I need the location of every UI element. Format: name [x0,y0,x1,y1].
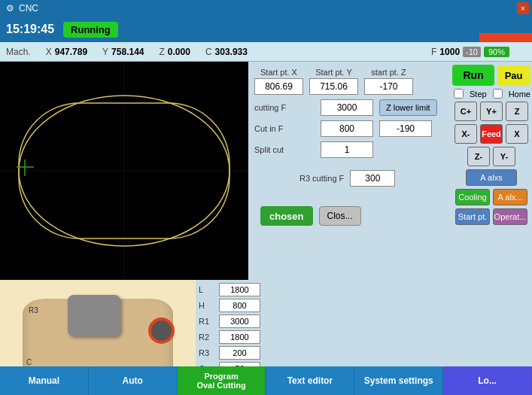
z-lower-input[interactable] [379,120,432,137]
start-pt-ctrl-button[interactable]: Start pt. [455,208,490,225]
start-pt-row: Start pt. X Start pt. Y start pt. Z [254,68,445,95]
program-button[interactable]: Program Oval Cutting [178,366,266,395]
label-c: C [26,358,32,366]
z-right-button[interactable]: Z [506,102,528,121]
y-plus-button[interactable]: Y+ [480,102,503,121]
param-R3: R3 [199,346,260,360]
split-cut-row: Split cut [254,141,445,158]
start-pt-x-input[interactable] [254,78,303,95]
cooling-button[interactable]: Cooling [455,189,490,205]
cutting-f-row: cutting F Z lower limit [254,99,445,116]
start-pt-y-input[interactable] [309,78,358,95]
cooling-row: Cooling A alx... [454,189,529,205]
mach-label: Mach. [6,47,31,57]
split-cut-input[interactable] [321,141,373,158]
param-H-input[interactable] [219,299,260,312]
close-button[interactable]: Clos... [319,206,361,226]
a-aux-button[interactable]: A alx... [493,189,527,205]
run-button[interactable]: Run [452,65,494,86]
cutting-f-input[interactable] [321,99,373,116]
jog-row-1: C+ Y+ Z [454,102,529,121]
start-pt-z-col: start pt. Z [364,68,413,95]
start-operat-row: Start pt. Operat... [454,208,529,225]
run-pause-row: Run Pau [454,65,529,86]
title-bar: ⚙ CNC × [0,0,532,17]
param-L-input[interactable] [219,283,260,296]
pause-button[interactable]: Pau [497,65,530,86]
action-buttons: chosen Clos... [260,206,445,226]
start-pt-z-input[interactable] [364,78,413,95]
jog-row-3: Z- Y- [454,147,529,166]
app-title: CNC [19,3,38,14]
system-settings-button[interactable]: System settings [354,366,443,395]
param-R1-input[interactable] [219,314,260,328]
chosen-button[interactable]: chosen [260,206,313,226]
z-lower-limit-button[interactable]: Z lower limit [379,99,437,116]
z-minus-button[interactable]: Z- [467,147,490,166]
status-bar: 15:19:45 Running Rese... [0,17,532,42]
r3-cutting-row: R3 cutting F [299,170,445,187]
z-coord: Z 0.000 [160,47,190,57]
bottom-bar: Manual Auto Program Oval Cutting Text ed… [0,366,532,395]
cut-in-f-row: Cut in F [254,120,445,137]
x-minus-button[interactable]: X- [454,124,477,144]
start-pt-x-col: Start pt. X [254,68,303,95]
param-R2: R2 [199,330,260,344]
feed-center-button[interactable]: Feed [480,124,503,144]
param-R3-input[interactable] [219,346,260,360]
oval-svg [0,62,248,280]
a-axis-button[interactable]: A alxs [466,169,517,186]
c-coord: C 303.933 [205,47,248,57]
close-button[interactable]: × [517,2,529,14]
params-panel: L H R1 R2 R3 C [196,280,263,378]
y-minus-button[interactable]: Y- [493,147,515,166]
settings-panel: Start pt. X Start pt. Y start pt. Z cutt… [248,62,451,232]
jog-row-2: X- Feed X [454,124,529,144]
coords-bar: Mach. X 947.789 Y 758.144 Z 0.000 C 303.… [0,42,532,62]
text-editor-button[interactable]: Text editor [266,366,354,395]
step-home-row: Step Home [454,89,529,99]
c-plus-button[interactable]: C+ [454,102,477,121]
feed-percent: 90% [484,47,509,57]
running-badge: Running [63,22,118,38]
r3-cutting-input[interactable] [350,170,395,187]
time-display: 15:19:45 [6,23,54,36]
y-coord: Y 758.144 [102,47,144,57]
param-R1: R1 [199,314,260,328]
start-pt-y-col: Start pt. Y [309,68,358,95]
param-R2-input[interactable] [219,330,260,344]
param-H: H [199,299,260,312]
manual-button[interactable]: Manual [0,366,89,395]
home-checkbox[interactable] [493,89,503,99]
cut-in-f-input[interactable] [321,120,373,137]
auto-button[interactable]: Auto [89,366,178,395]
label-r3: R3 [29,306,38,314]
feed-display: F 1000 -10 90% [431,47,509,57]
x-plus-button[interactable]: X [506,124,528,144]
a-axis-row: A alxs [454,169,529,186]
last-button[interactable]: Lo... [443,366,532,395]
title-icon: ⚙ [6,3,14,14]
x-coord: X 947.789 [46,47,87,57]
main-content: C R3 R1 R2 L H R1 R2 R3 C [0,62,532,381]
step-checkbox[interactable] [454,89,464,99]
canvas-area [0,62,248,280]
param-L: L [199,283,260,296]
controls-panel: Run Pau Step Home C+ Y+ Z X- Feed X Z- Y… [451,62,532,228]
feed-minus-button[interactable]: -10 [463,47,481,57]
operat-button[interactable]: Operat... [493,208,527,225]
